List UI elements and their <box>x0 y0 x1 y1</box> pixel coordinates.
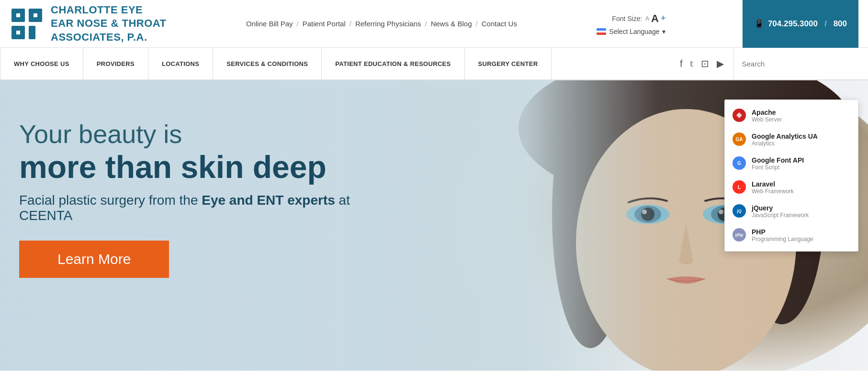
tech-item-ga[interactable]: GA Google Analytics UA Analytics <box>725 128 858 152</box>
social-icons: f 𝕥 ⊡ ▶ <box>670 48 734 79</box>
tech-text-jquery: jQuery JavaScript Framework <box>752 204 809 219</box>
hero-sub-normal: Facial plastic surgery from the <box>19 193 202 208</box>
nav-item-surgery-center[interactable]: SURGERY CENTER <box>465 48 552 79</box>
instagram-icon[interactable]: ⊡ <box>701 58 709 69</box>
tech-text-gfont: Google Font API Font Script <box>752 156 804 171</box>
nav-item-providers[interactable]: PROVIDERS <box>83 48 148 79</box>
tech-text-laravel: Laravel Web Framework <box>752 180 794 195</box>
tech-item-laravel[interactable]: L Laravel Web Framework <box>725 176 858 199</box>
hero-tagline-bold: more than skin deep <box>19 150 354 185</box>
site-logo-text: Charlotte Eye Ear Nose & Throat Associat… <box>51 3 167 44</box>
hero-subtext: Facial plastic surgery from the Eye and … <box>19 193 354 223</box>
svg-rect-3 <box>29 26 35 39</box>
learn-more-button[interactable]: Learn More <box>19 241 169 278</box>
sep-1: / <box>296 20 300 28</box>
facebook-icon[interactable]: f <box>680 58 683 69</box>
sep-3: / <box>424 20 428 28</box>
nav-item-patient-education[interactable]: PATIENT EDUCATION & RESOURCES <box>322 48 464 79</box>
font-size-label: Font Size: <box>612 15 642 22</box>
hero-section: Your beauty is more than skin deep Facia… <box>0 80 868 371</box>
tech-popup: Apache Web Server GA Google Analytics UA… <box>724 99 858 252</box>
phone-icon: 📱 <box>754 19 764 29</box>
hero-tagline-light: Your beauty is <box>19 119 354 150</box>
phone-alt: 800 <box>834 19 847 29</box>
nav-item-why-choose-us[interactable]: WHY CHOOSE US <box>0 48 83 79</box>
youtube-icon[interactable]: ▶ <box>717 58 724 69</box>
gfont-icon: G <box>733 156 746 170</box>
nav-link-patient-portal[interactable]: Patient Portal <box>300 20 349 28</box>
jquery-icon: jQ <box>733 204 746 218</box>
tech-item-php[interactable]: php PHP Programming Language <box>725 223 858 247</box>
svg-rect-4 <box>16 13 20 17</box>
phone-button[interactable]: 📱 704.295.3000 / 800 <box>743 0 858 48</box>
laravel-icon: L <box>733 180 746 194</box>
site-logo-icon <box>10 7 44 41</box>
tech-text-ga: Google Analytics UA Analytics <box>752 132 818 147</box>
top-navigation: Online Bill Pay / Patient Portal / Refer… <box>243 20 520 28</box>
php-icon: php <box>733 228 746 242</box>
hero-sub-bold: Eye and ENT experts <box>202 193 335 208</box>
search-input[interactable] <box>742 60 860 68</box>
font-size-controls: Font Size: A A + <box>612 12 665 25</box>
phone-divider: / <box>824 19 827 29</box>
font-increase-button[interactable]: + <box>661 13 666 23</box>
tech-text-php: PHP Programming Language <box>752 228 813 242</box>
search-box[interactable] <box>734 48 868 79</box>
tech-item-jquery[interactable]: jQ jQuery JavaScript Framework <box>725 199 858 223</box>
nav-link-contact-us[interactable]: Contact Us <box>479 20 520 28</box>
language-selector[interactable]: Select Language ▾ <box>597 28 665 35</box>
google-flag-icon <box>597 28 606 35</box>
nav-item-services-conditions[interactable]: SERVICES & CONDITIONS <box>213 48 322 79</box>
tech-item-apache[interactable]: Apache Web Server <box>725 104 858 128</box>
logo-area[interactable]: Charlotte Eye Ear Nose & Throat Associat… <box>10 3 167 44</box>
language-chevron-icon: ▾ <box>662 28 665 35</box>
apache-icon <box>733 109 746 122</box>
top-right-controls: Font Size: A A + Select Language ▾ <box>597 12 665 35</box>
tech-text-apache: Apache Web Server <box>752 109 782 123</box>
nav-link-news-blog[interactable]: News & Blog <box>428 20 475 28</box>
svg-rect-6 <box>16 31 20 34</box>
font-default-button[interactable]: A <box>651 12 659 25</box>
ga-icon: GA <box>733 132 746 146</box>
nav-link-online-bill-pay[interactable]: Online Bill Pay <box>243 20 296 28</box>
sep-2: / <box>349 20 352 28</box>
font-size-buttons: A A + <box>645 12 665 25</box>
sep-4: / <box>475 20 479 28</box>
nav-link-referring-physicians[interactable]: Referring Physicians <box>352 20 424 28</box>
nav-item-locations[interactable]: LOCATIONS <box>148 48 213 79</box>
hero-content: Your beauty is more than skin deep Facia… <box>19 119 354 278</box>
svg-rect-5 <box>34 13 37 17</box>
twitter-icon[interactable]: 𝕥 <box>690 59 693 68</box>
top-bar: Charlotte Eye Ear Nose & Throat Associat… <box>0 0 868 48</box>
tech-item-gfont[interactable]: G Google Font API Font Script <box>725 152 858 176</box>
language-label: Select Language <box>609 28 659 35</box>
font-decrease-button[interactable]: A <box>645 15 649 22</box>
phone-number: 704.295.3000 <box>768 19 818 29</box>
main-navigation: WHY CHOOSE US PROVIDERS LOCATIONS SERVIC… <box>0 48 868 80</box>
